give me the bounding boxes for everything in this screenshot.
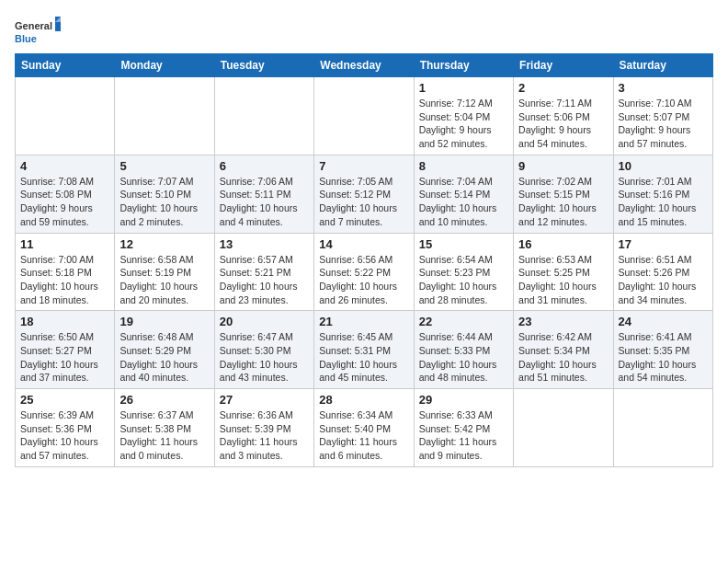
svg-text:Blue: Blue [15,33,37,44]
day-number: 6 [220,159,309,173]
calendar-cell: 13Sunrise: 6:57 AMSunset: 5:21 PMDayligh… [214,233,313,311]
day-number: 19 [119,315,209,328]
calendar-cell: 26Sunrise: 6:37 AMSunset: 5:38 PMDayligh… [115,389,214,467]
day-number: 22 [419,315,508,328]
day-number: 12 [119,237,209,251]
calendar-cell: 29Sunrise: 6:33 AMSunset: 5:42 PMDayligh… [414,389,513,467]
calendar-cell: 20Sunrise: 6:47 AMSunset: 5:30 PMDayligh… [214,311,313,389]
week-row-3: 11Sunrise: 7:00 AMSunset: 5:18 PMDayligh… [16,233,713,311]
day-detail: Sunrise: 6:44 AMSunset: 5:33 PMDaylight:… [419,330,508,385]
day-number: 16 [518,237,608,251]
day-detail: Sunrise: 7:10 AMSunset: 5:07 PMDaylight:… [619,97,708,151]
calendar-cell: 28Sunrise: 6:34 AMSunset: 5:40 PMDayligh… [314,389,414,467]
calendar-cell: 17Sunrise: 6:51 AMSunset: 5:26 PMDayligh… [613,233,712,311]
day-detail: Sunrise: 6:37 AMSunset: 5:38 PMDaylight:… [119,408,209,463]
day-detail: Sunrise: 7:06 AMSunset: 5:11 PMDaylight:… [220,175,309,229]
day-number: 14 [319,237,408,251]
calendar-cell: 22Sunrise: 6:44 AMSunset: 5:33 PMDayligh… [414,311,513,389]
day-detail: Sunrise: 6:33 AMSunset: 5:42 PMDaylight:… [419,408,508,463]
day-detail: Sunrise: 6:56 AMSunset: 5:22 PMDaylight:… [319,253,408,307]
calendar-cell: 14Sunrise: 6:56 AMSunset: 5:22 PMDayligh… [314,233,414,311]
day-detail: Sunrise: 6:48 AMSunset: 5:29 PMDaylight:… [119,330,209,385]
day-detail: Sunrise: 7:12 AMSunset: 5:04 PMDaylight:… [419,97,508,151]
day-number: 26 [119,393,209,407]
calendar-cell: 24Sunrise: 6:41 AMSunset: 5:35 PMDayligh… [613,311,712,389]
day-detail: Sunrise: 6:39 AMSunset: 5:36 PMDaylight:… [20,408,109,463]
weekday-header-wednesday: Wednesday [314,54,414,77]
day-number: 5 [119,159,209,173]
calendar-cell: 19Sunrise: 6:48 AMSunset: 5:29 PMDayligh… [115,311,214,389]
week-row-5: 25Sunrise: 6:39 AMSunset: 5:36 PMDayligh… [16,389,713,467]
calendar-cell: 21Sunrise: 6:45 AMSunset: 5:31 PMDayligh… [314,311,414,389]
calendar-cell: 8Sunrise: 7:04 AMSunset: 5:14 PMDaylight… [414,155,513,233]
calendar-cell: 3Sunrise: 7:10 AMSunset: 5:07 PMDaylight… [613,77,712,155]
day-number: 27 [220,393,309,407]
calendar-cell [613,389,712,467]
weekday-header-thursday: Thursday [414,54,513,77]
logo-svg: General Blue [15,15,61,48]
calendar-cell: 5Sunrise: 7:07 AMSunset: 5:10 PMDaylight… [115,155,214,233]
day-number: 20 [220,315,309,328]
day-detail: Sunrise: 7:07 AMSunset: 5:10 PMDaylight:… [119,175,209,229]
calendar-cell: 23Sunrise: 6:42 AMSunset: 5:34 PMDayligh… [514,311,613,389]
day-detail: Sunrise: 6:50 AMSunset: 5:27 PMDaylight:… [20,330,109,385]
calendar-cell [115,77,214,155]
day-detail: Sunrise: 7:00 AMSunset: 5:18 PMDaylight:… [20,253,109,307]
day-number: 21 [319,315,408,328]
day-number: 29 [419,393,508,407]
day-detail: Sunrise: 7:04 AMSunset: 5:14 PMDaylight:… [419,175,508,229]
day-number: 10 [619,159,708,173]
weekday-header-friday: Friday [514,54,613,77]
day-number: 24 [619,315,708,328]
calendar-cell: 2Sunrise: 7:11 AMSunset: 5:06 PMDaylight… [514,77,613,155]
svg-text:General: General [15,20,52,31]
calendar-cell: 9Sunrise: 7:02 AMSunset: 5:15 PMDaylight… [514,155,613,233]
calendar-cell: 11Sunrise: 7:00 AMSunset: 5:18 PMDayligh… [16,233,115,311]
calendar-cell [214,77,313,155]
day-number: 23 [518,315,608,328]
day-detail: Sunrise: 7:08 AMSunset: 5:08 PMDaylight:… [20,175,109,229]
calendar-cell: 7Sunrise: 7:05 AMSunset: 5:12 PMDaylight… [314,155,414,233]
week-row-4: 18Sunrise: 6:50 AMSunset: 5:27 PMDayligh… [16,311,713,389]
day-detail: Sunrise: 6:58 AMSunset: 5:19 PMDaylight:… [119,253,209,307]
day-detail: Sunrise: 7:02 AMSunset: 5:15 PMDaylight:… [518,175,608,229]
day-number: 2 [518,81,608,95]
day-number: 1 [419,81,508,95]
calendar-cell: 15Sunrise: 6:54 AMSunset: 5:23 PMDayligh… [414,233,513,311]
weekday-header-tuesday: Tuesday [214,54,313,77]
day-detail: Sunrise: 6:45 AMSunset: 5:31 PMDaylight:… [319,330,408,385]
day-number: 28 [319,393,408,407]
calendar-cell [16,77,115,155]
calendar-cell: 27Sunrise: 6:36 AMSunset: 5:39 PMDayligh… [214,389,313,467]
day-number: 18 [20,315,109,328]
day-number: 13 [220,237,309,251]
day-detail: Sunrise: 7:05 AMSunset: 5:12 PMDaylight:… [319,175,408,229]
day-detail: Sunrise: 6:57 AMSunset: 5:21 PMDaylight:… [220,253,309,307]
week-row-1: 1Sunrise: 7:12 AMSunset: 5:04 PMDaylight… [16,77,713,155]
weekday-header-monday: Monday [115,54,214,77]
day-detail: Sunrise: 7:01 AMSunset: 5:16 PMDaylight:… [619,175,708,229]
calendar-cell [314,77,414,155]
day-detail: Sunrise: 6:36 AMSunset: 5:39 PMDaylight:… [220,408,309,463]
day-detail: Sunrise: 6:51 AMSunset: 5:26 PMDaylight:… [619,253,708,307]
calendar-cell: 10Sunrise: 7:01 AMSunset: 5:16 PMDayligh… [613,155,712,233]
weekday-header-saturday: Saturday [613,54,712,77]
calendar-table: SundayMondayTuesdayWednesdayThursdayFrid… [15,53,713,467]
day-detail: Sunrise: 6:42 AMSunset: 5:34 PMDaylight:… [518,330,608,385]
day-detail: Sunrise: 6:47 AMSunset: 5:30 PMDaylight:… [220,330,309,385]
calendar-cell: 25Sunrise: 6:39 AMSunset: 5:36 PMDayligh… [16,389,115,467]
day-number: 4 [20,159,109,173]
week-row-2: 4Sunrise: 7:08 AMSunset: 5:08 PMDaylight… [16,155,713,233]
day-detail: Sunrise: 6:41 AMSunset: 5:35 PMDaylight:… [619,330,708,385]
day-detail: Sunrise: 7:11 AMSunset: 5:06 PMDaylight:… [518,97,608,151]
day-number: 11 [20,237,109,251]
weekday-header-row: SundayMondayTuesdayWednesdayThursdayFrid… [16,54,713,77]
calendar-cell [514,389,613,467]
day-number: 25 [20,393,109,407]
day-number: 15 [419,237,508,251]
day-number: 7 [319,159,408,173]
weekday-header-sunday: Sunday [16,54,115,77]
calendar-cell: 4Sunrise: 7:08 AMSunset: 5:08 PMDaylight… [16,155,115,233]
calendar-cell: 1Sunrise: 7:12 AMSunset: 5:04 PMDaylight… [414,77,513,155]
calendar-cell: 6Sunrise: 7:06 AMSunset: 5:11 PMDaylight… [214,155,313,233]
